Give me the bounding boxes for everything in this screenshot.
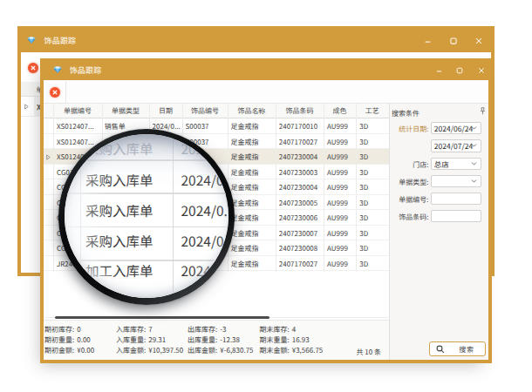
cell-craft: 3D bbox=[359, 195, 388, 210]
magnified-row-separator bbox=[65, 260, 228, 261]
col-header-item-no[interactable]: 饰品编号 bbox=[182, 104, 228, 118]
stat-date-to-dropdown[interactable]: 2024/07/24 bbox=[431, 139, 481, 152]
magnified-row: 采购入库单 2024/0... bbox=[65, 193, 228, 226]
front-window-titlebar[interactable]: 饰品跟踪 bbox=[40, 58, 492, 80]
front-close-button[interactable] bbox=[478, 67, 485, 74]
cell-item-name: 足金戒指 bbox=[231, 226, 278, 240]
row-expander-icon[interactable] bbox=[46, 154, 51, 160]
horizontal-scrollbar-thumb[interactable] bbox=[55, 316, 269, 319]
summary-item: 入库库存:7 bbox=[116, 324, 188, 334]
close-tab-button[interactable] bbox=[50, 87, 60, 98]
col-separator bbox=[276, 104, 276, 272]
cell-craft: 3D bbox=[359, 256, 388, 271]
item-barcode-input[interactable] bbox=[431, 210, 481, 222]
cell-item-name: 足金戒指 bbox=[231, 179, 278, 194]
cell-barcode: 2407230004 bbox=[279, 149, 326, 164]
cell-item-name: 足金戒指 bbox=[231, 240, 278, 255]
magnified-row-separator bbox=[65, 226, 228, 228]
summary-grid: 期初库存:0 入库库存:7 出库库存:-3 期末库存:4 期初重量:0.00 入… bbox=[44, 323, 347, 355]
maximize-icon bbox=[450, 37, 457, 44]
cell-purity: AU999 bbox=[327, 240, 358, 255]
cell-barcode: 2407230005 bbox=[279, 195, 326, 210]
cell-purity: AU999 bbox=[327, 149, 358, 164]
col-header-date[interactable]: 日期 bbox=[149, 104, 182, 118]
magnifier-lens[interactable]: 采购入库单 2024/0... 采购入库单 2024/0... 采购入库单 20… bbox=[58, 129, 235, 305]
summary-item: 出库金额:¥-6,830.75 bbox=[188, 345, 260, 355]
cell-purity: AU999 bbox=[327, 134, 358, 149]
search-button[interactable]: 搜索 bbox=[429, 341, 485, 356]
label-doc-no: 单据编号: bbox=[399, 194, 428, 204]
summary-item: 期初金额:¥0.00 bbox=[44, 345, 116, 355]
cell-barcode: 2407230006 bbox=[279, 210, 326, 225]
toolbar bbox=[44, 80, 488, 103]
summary-item: 出库重量:-12.38 bbox=[188, 335, 260, 344]
magnified-date: 2024/0... bbox=[181, 170, 229, 189]
col-header-craft[interactable]: 工艺 bbox=[356, 104, 389, 118]
cell-craft: 3D bbox=[359, 134, 388, 149]
grid-header-row[interactable]: 单据编号 单据类型 日期 饰品编号 饰品名称 饰品条码 成色 工艺 bbox=[44, 104, 389, 118]
col-separator bbox=[356, 104, 357, 272]
cell-barcode: 2407230004 bbox=[279, 179, 326, 194]
col-header-doc-type[interactable]: 单据类型 bbox=[102, 104, 149, 118]
cell-item-name: 足金戒指 bbox=[231, 118, 278, 133]
summary-item: 入库重量:29.31 bbox=[116, 335, 188, 344]
back-minimize-button[interactable] bbox=[425, 37, 431, 44]
cell-barcode: 2407170027 bbox=[279, 256, 326, 271]
col-separator bbox=[53, 104, 54, 272]
record-count: 共 10 条 bbox=[357, 347, 381, 356]
magnified-date: 2024/0... bbox=[181, 231, 229, 250]
col-header-item-name[interactable]: 饰品名称 bbox=[228, 104, 276, 118]
col-header-doc-no[interactable]: 单据编号 bbox=[53, 104, 102, 118]
cell-item-name: 足金戒指 bbox=[231, 195, 278, 210]
doc-type-dropdown[interactable] bbox=[431, 175, 481, 187]
chevron-down-icon bbox=[471, 161, 477, 166]
cell-purity: AU999 bbox=[327, 195, 358, 210]
cell-item-name: 足金戒指 bbox=[231, 134, 278, 149]
triangle-right-icon bbox=[46, 154, 51, 160]
maximize-icon bbox=[456, 67, 463, 74]
cell-craft: 3D bbox=[359, 210, 388, 225]
cell-purity: AU999 bbox=[327, 226, 358, 240]
front-minimize-button[interactable] bbox=[436, 68, 442, 74]
cell-craft: 3D bbox=[359, 149, 388, 164]
back-maximize-button[interactable] bbox=[450, 37, 457, 44]
magnified-doc-type: 采购入库单 bbox=[85, 200, 153, 220]
label-stat-date: 统计日期: bbox=[399, 124, 428, 133]
store-dropdown[interactable]: 总店 bbox=[431, 158, 481, 170]
magnified-row: 加工入库单 2024... bbox=[65, 253, 228, 287]
magnified-row: 采购入库单 2024/0... bbox=[65, 163, 228, 197]
chevron-down-icon bbox=[471, 179, 477, 183]
col-header-barcode[interactable]: 饰品条码 bbox=[276, 104, 324, 118]
magnified-row-separator bbox=[65, 159, 228, 161]
cell-item-name: 足金戒指 bbox=[231, 256, 278, 271]
back-window-titlebar[interactable]: 饰品跟踪 bbox=[17, 26, 494, 52]
summary-item: 期初库存:0 bbox=[44, 324, 116, 334]
cell-item-name: 足金戒指 bbox=[231, 210, 278, 225]
col-header-purity[interactable]: 成色 bbox=[324, 104, 356, 118]
front-maximize-button[interactable] bbox=[456, 67, 463, 74]
minimize-icon bbox=[436, 68, 442, 74]
summary-item: 出库库存:-3 bbox=[188, 324, 260, 334]
close-icon bbox=[50, 87, 60, 98]
diamond-gem-icon bbox=[53, 66, 62, 73]
cell-doc-no: XS012407... bbox=[57, 118, 105, 133]
back-close-button[interactable] bbox=[475, 37, 482, 44]
back-close-tab-button[interactable] bbox=[28, 63, 38, 73]
cell-item-no: S00037 bbox=[186, 118, 230, 133]
cell-craft: 3D bbox=[359, 118, 388, 133]
doc-no-input[interactable] bbox=[431, 193, 481, 205]
cell-craft: 3D bbox=[359, 179, 388, 194]
cell-craft: 3D bbox=[359, 226, 388, 240]
magnified-row-separator bbox=[65, 193, 228, 194]
triangle-right-icon bbox=[24, 104, 29, 110]
toolbar-separator bbox=[65, 81, 66, 103]
stat-date-from-dropdown[interactable]: 2024/06/24 bbox=[431, 122, 481, 134]
magnifier-glass: 采购入库单 2024/0... 采购入库单 2024/0... 采购入库单 20… bbox=[65, 134, 228, 298]
back-row-expander-icon[interactable] bbox=[24, 104, 29, 110]
label-doc-type: 单据类型: bbox=[399, 176, 428, 186]
table-row[interactable]: XS012407... 销售单 2024/0... S00037 足金戒指 24… bbox=[44, 118, 389, 134]
cell-craft: 3D bbox=[359, 165, 388, 179]
cell-item-name: 足金戒指 bbox=[231, 149, 278, 164]
pin-icon[interactable] bbox=[480, 107, 486, 115]
cell-barcode: 2407170027 bbox=[279, 134, 326, 149]
